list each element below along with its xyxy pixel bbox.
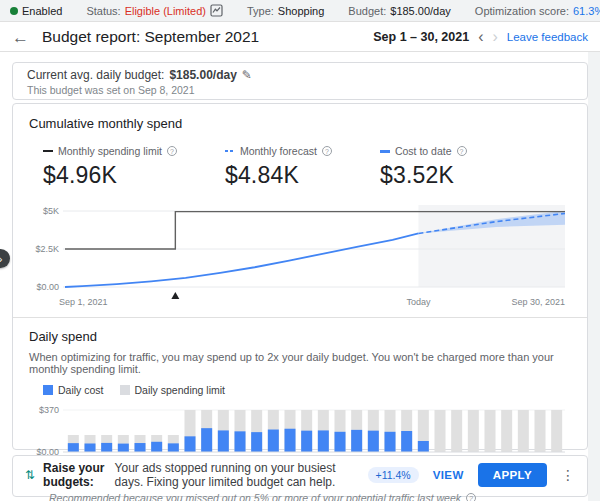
metric-monthly-forecast: Monthly forecast ? $4.84K bbox=[225, 145, 332, 189]
forecast-line-swatch-icon bbox=[225, 150, 235, 152]
recommendation-footnote: Recommended because you missed out on 5%… bbox=[49, 492, 461, 501]
budget-value: $185.00/day bbox=[390, 5, 451, 17]
legend-daily-cost: Daily cost bbox=[43, 384, 104, 396]
uplift-badge: +11.4% bbox=[368, 467, 419, 483]
svg-text:Sep 1, 2021: Sep 1, 2021 bbox=[59, 297, 108, 307]
metric-value: $4.96K bbox=[43, 162, 177, 189]
metric-label: Cost to date bbox=[395, 145, 452, 157]
overflow-menu-icon[interactable]: ⋮ bbox=[561, 467, 575, 483]
svg-text:Sep 30, 2021: Sep 30, 2021 bbox=[511, 297, 565, 307]
budget-label: Budget: bbox=[348, 5, 386, 17]
enabled-dot-icon bbox=[10, 7, 18, 15]
metric-value: $4.84K bbox=[225, 162, 332, 189]
cumulative-spend-section: Cumulative monthly spend Monthly spendin… bbox=[13, 104, 587, 313]
svg-text:$5K: $5K bbox=[43, 206, 59, 216]
recommendation-card: ⇅ Raise your budgets: Your ads stopped r… bbox=[12, 455, 588, 497]
svg-text:Today: Today bbox=[406, 297, 431, 307]
recommendation-text: Your ads stopped running on your busiest… bbox=[115, 461, 360, 489]
scroll-gutter bbox=[588, 52, 600, 501]
cumulative-spend-chart: $5K$2.5K$0.00Sep 1, 2021TodaySep 30, 202… bbox=[29, 201, 573, 309]
type-item: Type: Shopping bbox=[247, 5, 324, 17]
limit-line-swatch-icon bbox=[43, 150, 53, 152]
enabled-label: Enabled bbox=[22, 5, 62, 17]
metric-label: Monthly forecast bbox=[240, 145, 317, 157]
back-arrow-icon[interactable]: ← bbox=[12, 29, 29, 46]
daily-cost-swatch-icon bbox=[43, 385, 53, 395]
status-item[interactable]: Status: Eligible (Limited) bbox=[86, 4, 223, 17]
type-value: Shopping bbox=[278, 5, 325, 17]
svg-text:$2.5K: $2.5K bbox=[35, 244, 59, 254]
legend-daily-spending-limit: Daily spending limit bbox=[120, 384, 225, 396]
help-icon[interactable]: ? bbox=[322, 146, 332, 156]
status-chart-icon[interactable] bbox=[210, 4, 223, 17]
status-label: Status: bbox=[86, 5, 120, 17]
cumulative-section-title: Cumulative monthly spend bbox=[29, 116, 571, 131]
help-icon[interactable]: ? bbox=[167, 146, 177, 156]
status-value: Eligible (Limited) bbox=[125, 5, 206, 17]
daily-section-description: When optimizing for traffic, you may spe… bbox=[29, 351, 571, 375]
optimization-score-value: 61.3% bbox=[573, 5, 600, 17]
enabled-status[interactable]: Enabled bbox=[10, 5, 62, 17]
leave-feedback-link[interactable]: Leave feedback bbox=[507, 31, 588, 43]
budget-item[interactable]: Budget: $185.00/day bbox=[348, 5, 450, 17]
optimization-score-label: Optimization score: bbox=[475, 5, 569, 17]
current-budget-label: Current avg. daily budget: bbox=[27, 68, 164, 82]
optimization-score-item[interactable]: Optimization score: 61.3% bbox=[475, 5, 600, 17]
legend-label: Daily spending limit bbox=[135, 384, 225, 396]
daily-spend-section: Daily spend When optimizing for traffic,… bbox=[13, 318, 587, 476]
page-header: ← Budget report: September 2021 Sep 1 – … bbox=[0, 23, 600, 52]
view-button[interactable]: VIEW bbox=[433, 469, 464, 481]
chevron-right-icon: › bbox=[492, 29, 497, 45]
budget-set-note: This budget was set on Sep 8, 2021 bbox=[27, 84, 573, 96]
metric-cost-to-date: Cost to date ? $3.52K bbox=[380, 145, 467, 189]
apply-button[interactable]: APPLY bbox=[478, 463, 547, 487]
help-icon[interactable]: ? bbox=[466, 493, 476, 501]
budget-report-card: Cumulative monthly spend Monthly spendin… bbox=[12, 103, 588, 450]
chevron-left-icon[interactable]: ‹ bbox=[478, 29, 483, 45]
recommendation-arrows-icon: ⇅ bbox=[25, 468, 35, 482]
daily-limit-swatch-icon bbox=[120, 385, 130, 395]
current-budget-value: $185.00/day bbox=[169, 68, 236, 82]
svg-text:$370: $370 bbox=[39, 405, 59, 415]
metric-label: Monthly spending limit bbox=[58, 145, 162, 157]
date-range[interactable]: Sep 1 – 30, 2021 bbox=[373, 30, 469, 44]
edit-pencil-icon[interactable]: ✎ bbox=[242, 68, 252, 82]
metric-value: $3.52K bbox=[380, 162, 467, 189]
current-budget-card: Current avg. daily budget: $185.00/day ✎… bbox=[12, 62, 588, 100]
metric-monthly-spending-limit: Monthly spending limit ? $4.96K bbox=[43, 145, 177, 189]
svg-text:$0.00: $0.00 bbox=[36, 282, 59, 292]
help-icon[interactable]: ? bbox=[457, 146, 467, 156]
type-label: Type: bbox=[247, 5, 274, 17]
recommendation-title: Raise your budgets: bbox=[43, 461, 107, 489]
expand-panel-button[interactable]: › bbox=[0, 249, 10, 268]
daily-section-title: Daily spend bbox=[29, 329, 571, 344]
campaign-status-bar: Enabled Status: Eligible (Limited) Type:… bbox=[0, 0, 600, 22]
legend-label: Daily cost bbox=[58, 384, 104, 396]
page-title: Budget report: September 2021 bbox=[42, 28, 259, 46]
cost-line-swatch-icon bbox=[380, 150, 390, 153]
expand-chevron-icon: › bbox=[0, 253, 2, 265]
